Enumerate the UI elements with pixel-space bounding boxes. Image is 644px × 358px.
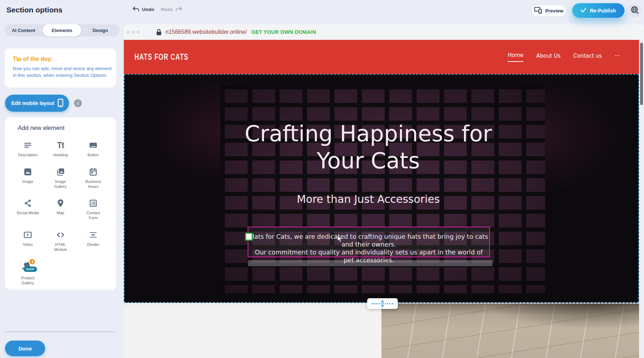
heading-text-icon: Tt — [56, 140, 65, 150]
nav-about-us[interactable]: About Us — [536, 53, 560, 61]
nav-home[interactable]: Home — [508, 52, 523, 62]
scrollbar-thumb[interactable] — [640, 43, 643, 105]
element-contact-form[interactable]: Contact Form — [77, 198, 110, 221]
next-section — [124, 303, 639, 358]
tab-ai-content[interactable]: AI Content — [4, 24, 43, 36]
redo-label: Redo — [161, 7, 173, 12]
check-icon — [581, 8, 586, 14]
element-social-media[interactable]: Social Media — [11, 198, 44, 221]
site-viewport: HATS FOR CATS Home About Us Contact us ·… — [124, 40, 639, 358]
republish-button[interactable]: Re-Publish — [572, 3, 624, 18]
undo-label: Undo — [142, 7, 154, 12]
section-options-panel: Section options AI Content Elements Desi… — [0, 0, 124, 358]
tip-body: Now you can add, move and resize any ele… — [13, 65, 115, 79]
redo-button[interactable]: Redo — [161, 6, 183, 12]
form-icon — [88, 198, 98, 208]
element-image-gallery[interactable]: Image Gallery — [44, 167, 77, 189]
code-brackets-icon — [56, 230, 65, 240]
panel-tabs: AI Content Elements Design — [4, 24, 120, 36]
tip-title: Tip of the day: — [13, 56, 108, 62]
site-preview-frame: n1566589.websitebuilder.online/ GET YOUR… — [124, 24, 644, 358]
product-gallery-phone-icon: SHOP — [21, 261, 35, 273]
globe-language-button[interactable] — [628, 4, 642, 17]
element-label: Divider — [87, 242, 99, 247]
calendar-icon — [88, 167, 98, 177]
element-label: Map — [57, 211, 64, 216]
mobile-phone-icon — [58, 99, 63, 108]
app-stage: Section options AI Content Elements Desi… — [0, 0, 644, 358]
element-label: Contact Form — [83, 211, 103, 221]
element-label: Image Gallery — [51, 179, 70, 189]
republish-label: Re-Publish — [590, 8, 616, 14]
site-nav: Home About Us Contact us ··· — [508, 40, 620, 74]
preview-button[interactable]: Preview — [531, 4, 567, 17]
image-icon — [23, 167, 33, 177]
site-logo[interactable]: HATS FOR CATS — [134, 52, 189, 62]
element-label: Image — [22, 179, 33, 184]
nav-contact-us[interactable]: Contact us — [573, 53, 602, 61]
hero-body-line: Hats for Cats, we are dedicated to craft… — [250, 233, 488, 248]
next-section-white-area[interactable] — [124, 303, 381, 358]
element-description[interactable]: Description — [11, 140, 44, 158]
panel-title: Section options — [6, 6, 63, 14]
element-label: Video — [23, 242, 33, 247]
element-map[interactable]: Map — [44, 198, 77, 221]
info-icon[interactable]: i — [74, 99, 82, 107]
hero-body-line: Our commitment to quality and individual… — [250, 248, 488, 264]
preview-label: Preview — [545, 8, 563, 14]
image-gallery-icon — [56, 167, 65, 177]
element-grid: Description Tt Heading Button Ima — [5, 132, 116, 286]
element-label: Social Media — [17, 211, 39, 216]
element-button[interactable]: Button — [77, 140, 110, 158]
section-height-drag-handle[interactable] — [367, 298, 398, 309]
browser-address-bar: n1566589.websitebuilder.online/ GET YOUR… — [124, 24, 644, 40]
browser-scrollbar — [639, 40, 644, 358]
element-label: Description — [18, 153, 37, 158]
add-new-element-title: Add new element — [18, 125, 116, 132]
element-divider[interactable]: Divider — [77, 230, 110, 252]
edit-mobile-layout-button[interactable]: Edit mobile layout — [5, 95, 69, 112]
add-new-element-card: Add new element Description Tt Heading — [5, 117, 116, 290]
element-heading[interactable]: Tt Heading — [44, 140, 77, 158]
element-video[interactable]: Video — [11, 230, 44, 252]
undo-button[interactable]: Undo — [132, 6, 154, 12]
resize-handle-left[interactable] — [245, 233, 253, 241]
element-label: HTML Module — [51, 242, 70, 252]
arrow-down-icon — [380, 300, 385, 303]
get-your-own-domain-link[interactable]: GET YOUR OWN DOMAIN — [252, 29, 316, 35]
arrow-up-icon — [380, 304, 385, 307]
element-label: Button — [88, 153, 99, 158]
redo-icon — [175, 6, 183, 12]
nav-more-menu[interactable]: ··· — [615, 53, 620, 61]
next-section-floor-photo[interactable] — [381, 303, 639, 358]
share-icon — [23, 198, 33, 208]
hero-section-selected[interactable]: Crafting Happiness for Your Cats More th… — [124, 74, 639, 303]
globe-icon — [630, 6, 639, 16]
hero-subheading[interactable]: More than Just Accessories — [125, 193, 612, 205]
tab-design[interactable]: Design — [81, 24, 120, 36]
devices-preview-icon — [534, 7, 542, 15]
element-label: Business Hours — [83, 179, 103, 189]
selected-text-element[interactable]: Hats for Cats, we are dedicated to craft… — [248, 227, 490, 257]
element-product-gallery[interactable]: SHOP Product Gallery — [11, 261, 44, 286]
done-button[interactable]: Done — [5, 341, 45, 356]
description-lines-icon — [23, 140, 33, 150]
window-controls — [127, 31, 140, 34]
tip-of-the-day-card: Tip of the day: Now you can add, move an… — [5, 48, 116, 88]
undo-icon — [132, 6, 139, 12]
panel-divider — [5, 332, 116, 332]
element-business-hours[interactable]: Business Hours — [77, 167, 110, 189]
hero-heading[interactable]: Crafting Happiness for Your Cats — [125, 120, 612, 174]
element-label: Product Gallery — [18, 276, 38, 286]
element-label: Heading — [53, 153, 68, 158]
divider-lines-icon — [88, 230, 98, 240]
button-icon — [88, 140, 98, 150]
element-html-module[interactable]: HTML Module — [44, 230, 77, 252]
site-header: HATS FOR CATS Home About Us Contact us ·… — [124, 40, 639, 74]
lock-icon — [156, 29, 162, 36]
element-image[interactable]: Image — [11, 167, 44, 189]
edit-mobile-layout-label: Edit mobile layout — [11, 100, 54, 106]
site-url: n1566589.websitebuilder.online/ — [165, 29, 247, 35]
shop-badge: SHOP — [23, 267, 37, 272]
tab-elements[interactable]: Elements — [43, 24, 81, 36]
